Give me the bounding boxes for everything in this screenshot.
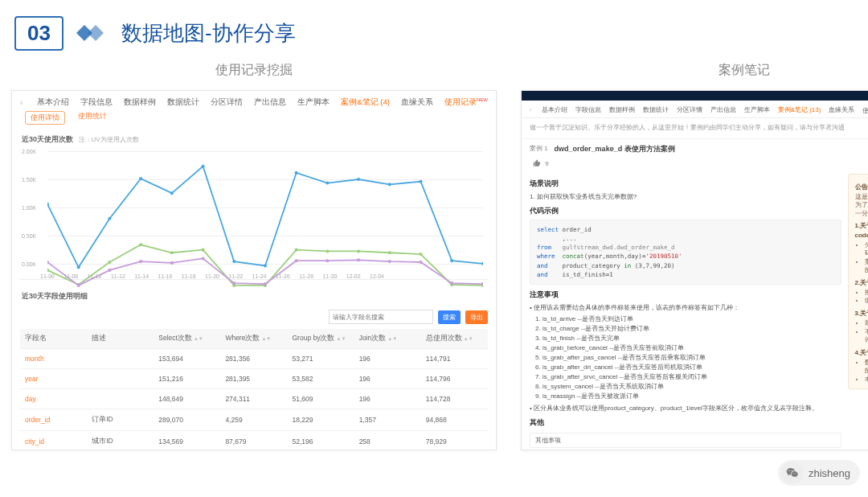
tab-basic[interactable]: 基本介绍 <box>37 97 69 108</box>
tab-notes[interactable]: 案例&笔记 (13) <box>778 105 821 114</box>
table-row[interactable]: city_id城市ID134,56987,67952,19625878,929 <box>20 431 488 450</box>
tab-partition[interactable]: 分区详情 <box>211 97 243 108</box>
svg-marker-1 <box>88 25 104 41</box>
case-name: dwd_order_make_d 表使用方法案例 <box>555 144 675 154</box>
svg-point-36 <box>170 261 174 265</box>
diamond-icon <box>75 23 110 44</box>
svg-point-42 <box>357 258 360 261</box>
svg-point-16 <box>481 262 483 265</box>
svg-point-37 <box>201 257 204 261</box>
case-label: 案例 1 <box>530 144 548 153</box>
svg-point-6 <box>170 191 174 195</box>
code-title: 代码示例 <box>530 206 841 216</box>
svg-point-35 <box>139 260 142 263</box>
tab-output[interactable]: 产出信息 <box>254 97 286 108</box>
code-block: select order_id ,... from gulfstream_dwd… <box>530 220 841 285</box>
svg-point-22 <box>201 249 204 252</box>
tab-script[interactable]: 生产脚本 <box>297 97 330 108</box>
usage-chart: 0.00K0.50K1.00K1.50K2.00K 11-0611-0811-1… <box>20 150 488 280</box>
table-row[interactable]: year151,216281,39553,582196114,796 <box>20 369 488 389</box>
tab-stats[interactable]: 数据统计 <box>167 97 199 108</box>
chevron-left-icon[interactable]: ‹ <box>20 98 23 107</box>
svg-point-11 <box>326 182 329 185</box>
warn-title: 注意事项 <box>530 290 841 300</box>
scene-question: 1. 如何获取快车业务线当天完单数据? <box>530 192 841 201</box>
svg-point-40 <box>295 259 298 262</box>
page-title: 数据地图-协作分享 <box>121 19 296 47</box>
warn-extra: • 区分具体业务线可以使用product_category、product_1l… <box>530 404 841 413</box>
other-box: 其他事项 <box>530 433 841 448</box>
svg-point-15 <box>450 259 453 262</box>
chart-title: 近30天使用次数 注：UV为使用人次数 <box>12 131 496 148</box>
svg-point-3 <box>77 265 80 269</box>
tab-sample[interactable]: 数据样例 <box>124 97 156 108</box>
svg-point-25 <box>295 249 298 252</box>
tab-lineage[interactable]: 血缘关系 <box>401 97 433 108</box>
svg-point-33 <box>77 284 80 287</box>
left-panel-title: 使用记录挖掘 <box>11 62 497 79</box>
svg-point-5 <box>139 177 142 180</box>
svg-point-20 <box>139 243 142 246</box>
tab-fields[interactable]: 字段信息 <box>80 97 113 108</box>
section-number: 03 <box>14 16 63 51</box>
svg-point-27 <box>357 250 360 253</box>
wechat-name: zhisheng <box>809 467 850 479</box>
svg-point-39 <box>264 282 267 285</box>
svg-point-9 <box>264 265 267 268</box>
scene-title: 场景说明 <box>530 179 841 189</box>
warn-list: is_td_arrive --是否当天到达订单is_td_charge --是否… <box>530 314 841 401</box>
notice-text: 做一个善于沉淀知识、乐于分享经验的人，从这里开始！案例约由同学们主动分享，如有疑… <box>530 124 845 132</box>
svg-point-12 <box>357 178 360 181</box>
svg-point-10 <box>295 171 298 175</box>
guideline-card: 公告与提示 这是一个知识沉淀与分享的天地，为了维持社区的健康发展，请读者一分钟阅… <box>848 174 868 390</box>
usage-table: 字段名描述Select次数▲▼Where次数▲▼Group by次数▲▼Join… <box>20 329 488 450</box>
svg-point-28 <box>388 251 391 254</box>
wechat-bubble[interactable]: zhisheng <box>778 460 860 486</box>
export-button[interactable]: 导出 <box>465 310 488 324</box>
svg-point-41 <box>326 259 329 262</box>
svg-point-7 <box>201 165 204 168</box>
left-tabs: ‹ 基本介绍 字段信息 数据样例 数据统计 分区详情 产出信息 生产脚本 案例&… <box>12 91 496 111</box>
subtab-detail[interactable]: 使用详情 <box>25 111 65 125</box>
subtab-stats[interactable]: 使用统计 <box>78 111 107 125</box>
svg-point-13 <box>388 183 391 186</box>
svg-point-4 <box>108 217 111 220</box>
svg-point-43 <box>388 260 391 263</box>
warn-intro: • 使用该表需要结合具体的事件标签来使用，该表的事件标签有如下几种： <box>530 303 841 312</box>
table-row[interactable]: month153,694281,35653,271196114,791 <box>20 349 488 369</box>
svg-point-2 <box>47 203 49 206</box>
chevron-left-icon[interactable]: ‹ <box>530 106 532 113</box>
tab-notes[interactable]: 案例&笔记 (4) <box>341 97 390 108</box>
table-row[interactable]: order_id订单ID289,0704,25918,2291,35794,86… <box>20 409 488 431</box>
svg-point-21 <box>170 251 174 254</box>
sub-tabs: 使用详情 使用统计 <box>12 111 496 131</box>
like-count[interactable]: 9 <box>522 156 868 170</box>
svg-point-44 <box>419 261 422 264</box>
wechat-icon <box>781 462 804 484</box>
svg-point-38 <box>232 281 235 285</box>
search-button[interactable]: 搜索 <box>438 310 461 324</box>
svg-point-14 <box>419 180 422 183</box>
table-row[interactable]: day148,649274,31151,609196114,728 <box>20 389 488 409</box>
right-tabs: ‹ 基本介绍 字段信息 数据样例 数据统计 分区详情 产出信息 生产脚本 案例&… <box>522 101 868 118</box>
svg-point-26 <box>326 250 329 253</box>
svg-point-45 <box>450 281 453 285</box>
search-input[interactable] <box>329 310 433 324</box>
right-screenshot: ‹ 基本介绍 字段信息 数据样例 数据统计 分区详情 产出信息 生产脚本 案例&… <box>521 90 868 450</box>
tab-usage[interactable]: 使用记录NEW <box>444 97 488 108</box>
window-topbar <box>522 91 868 101</box>
left-screenshot: ‹ 基本介绍 字段信息 数据样例 数据统计 分区详情 产出信息 生产脚本 案例&… <box>11 90 497 450</box>
svg-point-8 <box>232 260 235 263</box>
svg-point-34 <box>108 269 111 272</box>
svg-point-29 <box>419 253 422 256</box>
svg-point-19 <box>108 261 111 264</box>
other-title: 其他 <box>530 417 841 428</box>
right-panel-title: 案例笔记 <box>521 62 868 79</box>
